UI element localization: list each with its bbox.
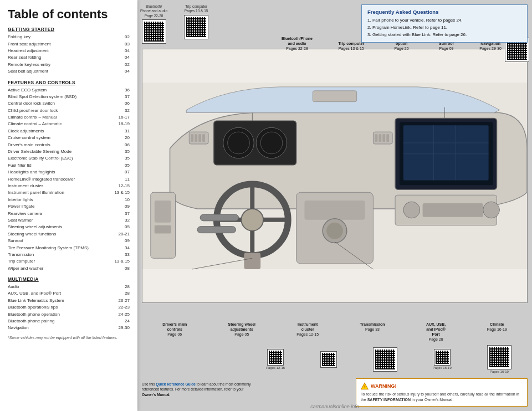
label-transmission: TransmissionPage 33 [360,322,385,332]
toc-item: Steering wheel functions20-21 [8,231,130,238]
toc-item: Navigation29-30 [8,325,130,331]
svg-rect-37 [202,134,205,142]
toc-item: Instrument panel illumination13 & 15 [8,189,130,196]
qr-extra [487,345,511,369]
svg-rect-32 [197,227,236,233]
toc-item: Audio28 [8,284,130,290]
svg-point-26 [483,202,500,218]
toc-title: Table of contents [8,8,130,21]
toc-item: Bluetooth operational tips22-23 [8,304,130,311]
page-container: Table of contents GETTING STARTED Foldin… [0,0,532,411]
toc-item: Bluetooth phone pairing24 [8,318,130,325]
section-getting-started: GETTING STARTED [8,27,130,32]
bottom-qr-row: Pages 12-15 Pages 16-19 Pages 16-19 [248,345,529,373]
faq-item-2: 2. Program HomeLink. Refer to page 11. [367,24,521,32]
svg-point-4 [326,223,343,239]
toc-item: Headlights and foglights07 [8,169,130,176]
svg-rect-2 [304,201,365,220]
toc-item: Climate control – Manual16-17 [8,114,130,121]
toc-item: Central door lock switch06 [8,100,130,107]
watermark: carmanualsonline.info [310,404,359,409]
warning-triangle-icon: ! [361,382,369,390]
qr-group-bluetooth: Bluetooth/Phone and audioPage 22-28 [140,4,167,44]
qr-aux [373,347,397,372]
top-qr-row: Bluetooth/Phone and audioPage 22-28 Trip… [140,4,208,44]
qr-bluetooth [142,19,166,44]
toc-item: Blind Spot Detection system (BSD)37 [8,94,130,100]
qr-instrument [267,349,284,366]
svg-rect-31 [200,214,238,221]
toc-item: Power liftgate09 [8,203,130,210]
toc-item: Child-proof rear door lock32 [8,107,130,114]
label-trip-computer: Trip computerPages 13 & 15 [338,41,364,51]
toc-item: Transmission33 [8,251,130,258]
qr-group-trip: Trip computerPages 13 & 15 [184,4,208,39]
toc-item: Rearview camera37 [8,210,130,217]
toc-item: Tire Pressure Monitoring System (TPMS)34 [8,245,130,251]
svg-rect-29 [155,201,171,223]
toc-item: Seat warmer32 [8,217,130,224]
qr-trip [184,15,208,39]
toc-item: Wiper and washer08 [8,265,130,272]
svg-point-25 [403,202,420,218]
section-features: FEATURES AND CONTROLS [8,80,130,85]
warning-title: ! WARNING! [361,382,523,390]
warning-text: To reduce the risk of serious injury to … [361,392,523,403]
main-area: Frequently Asked Questions 1. Pair phone… [137,0,532,411]
svg-rect-40 [378,134,381,142]
toc-panel: Table of contents GETTING STARTED Foldin… [0,0,137,411]
toc-item: Electronic Stability Control (ESC)35 [8,155,130,162]
svg-rect-30 [155,225,171,234]
qr-climate [434,349,451,366]
toc-item: Steering wheel adjustments05 [8,224,130,230]
qr-transmission [320,351,337,368]
toc-item: Seat belt adjustment04 [8,68,130,75]
svg-rect-19 [403,125,489,180]
label-drivers-controls: Driver's maincontrolsPage 06 [162,322,187,337]
car-interior-svg [142,49,527,302]
qr-group-extra: Pages 16-19 [487,345,511,373]
bottom-diagram-labels: Driver's maincontrolsPage 06 Steering wh… [142,322,528,342]
toc-item: Blue Link Telematics System26-27 [8,297,130,304]
svg-text:!: ! [364,385,366,390]
toc-item: Sunroof09 [8,238,130,244]
qr-group-transmission [320,351,337,368]
toc-item: Bluetooth phone operation24-25 [8,311,130,318]
toc-item: Headrest adjustment04 [8,48,130,54]
toc-item: Driver Selectable Steering Mode35 [8,148,130,155]
qr-group-climate: Pages 16-19 [433,349,452,369]
faq-item-1: 1. Pair phone to your vehicle. Refer to … [367,17,521,24]
car-diagram [142,49,528,303]
toc-item: Fuel filler lid05 [8,162,130,169]
label-steering-adjust: Steering wheeladjustmentsPage 05 [228,322,255,337]
qr-group-instrument: Pages 12-15 [266,349,285,369]
svg-rect-35 [195,134,197,142]
svg-rect-27 [423,203,483,217]
faq-item-3: 3. Getting started with Blue Link. Refer… [367,32,521,39]
toc-footnote: *Some vehicles may not be equipped with … [8,335,130,341]
warning-box: ! WARNING! To reduce the risk of serious… [356,378,528,407]
toc-item: HomeLink® integrated transceiver11 [8,176,130,183]
label-aux-usb: AUX, USB,and iPod®PortPage 28 [426,322,446,342]
toc-item: Driver's main controls06 [8,142,130,148]
svg-rect-36 [198,134,201,142]
toc-item: Folding key02 [8,34,130,40]
svg-rect-11 [244,253,260,269]
svg-rect-43 [313,91,356,102]
toc-item: Active ECO System36 [8,87,130,94]
section-multimedia: MULTIMEDIA [8,276,130,282]
label-climate: ClimatePage 16-19 [487,322,507,332]
svg-rect-42 [386,134,389,142]
bluelink-text: Use this Quick Reference Guide to learn … [142,382,258,397]
toc-item: Interior lights10 [8,197,130,203]
faq-box: Frequently Asked Questions 1. Pair phone… [361,4,528,43]
toc-item: Clock adjustments31 [8,128,130,135]
svg-point-6 [241,209,263,231]
faq-title: Frequently Asked Questions [367,9,521,15]
svg-rect-41 [382,134,385,142]
qr-group-aux [373,347,397,372]
label-bluetooth-audio: Bluetooth/Phoneand audioPages 22-28 [282,36,313,51]
toc-item: Front seat adjustment03 [8,41,130,48]
toc-item: Remote keyless entry02 [8,61,130,68]
toc-item: Instrument cluster12-15 [8,183,130,189]
